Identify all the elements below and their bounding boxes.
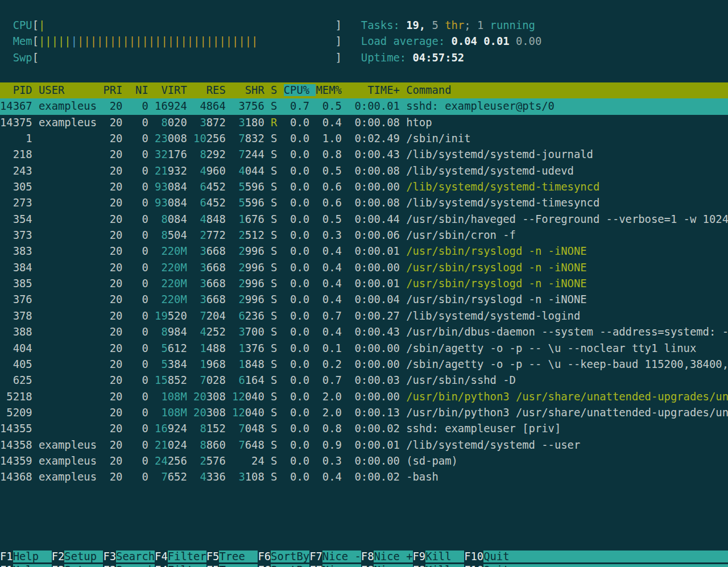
- tasks-summary: ;: [464, 19, 477, 31]
- process-row-218[interactable]: 218 20 0 32176 8292 7244 S 0.0 0.8 0:00.…: [0, 147, 728, 163]
- column-header-user[interactable]: USER: [39, 84, 103, 96]
- fkey-f10-quit[interactable]: F10Quit: [464, 551, 728, 562]
- cell-command: /lib/systemd/systemd-logind: [406, 310, 580, 322]
- cell-command: /usr/sbin/rsyslogd -n -iNONE: [406, 293, 586, 305]
- cell-mem-pct: 0.4: [316, 245, 348, 257]
- meter-bracket-open: [: [32, 19, 39, 31]
- process-row-373[interactable]: 373 20 0 8504 2772 2512 S 0.0 0.3 0:00.0…: [0, 227, 728, 243]
- cell-cpu-pct: 0.0: [284, 455, 316, 467]
- fkey-f4-filter[interactable]: F4Filter: [155, 551, 206, 562]
- cell-ni: 0: [129, 100, 155, 112]
- process-row-273[interactable]: 273 20 0 93084 6452 5596 S 0.0 0.6 0:00.…: [0, 195, 728, 211]
- cell-shr: 7: [232, 423, 245, 434]
- fkey-f6-sortby[interactable]: F6SortBy: [258, 551, 309, 562]
- process-row-404[interactable]: 404 20 0 5612 1488 1376 S 0.0 0.1 0:00.0…: [0, 341, 728, 357]
- cell-pid: 305: [0, 181, 39, 193]
- fkey-f7-nice-[interactable]: F7Nice -: [309, 551, 361, 562]
- process-row-354[interactable]: 354 20 0 8084 4848 1676 S 0.0 0.5 0:00.4…: [0, 212, 728, 227]
- cell-res: 3: [193, 278, 206, 289]
- process-row-625[interactable]: 625 20 0 15852 7028 6164 S 0.0 0.7 0:00.…: [0, 373, 728, 388]
- cell-shr: 040: [245, 407, 271, 419]
- cell-pri: 20: [103, 455, 129, 467]
- fkey-action-label: Kill: [425, 551, 464, 562]
- fkey-action-label: Nice +: [374, 564, 412, 567]
- process-row-405[interactable]: 405 20 0 5384 1968 1848 S 0.0 0.2 0:00.0…: [0, 357, 728, 373]
- cell-cpu-pct: 0.0: [284, 423, 316, 434]
- cell-user: [39, 326, 103, 338]
- fkey-f8-nice-[interactable]: F8Nice +: [361, 551, 413, 562]
- fkey-f8-nice-: F8Nice +: [361, 564, 413, 567]
- column-header-state[interactable]: S: [271, 84, 284, 96]
- cell-command: sshd: exampleuser [priv]: [406, 423, 561, 434]
- process-row-14375[interactable]: 14375 exampleus 20 0 8020 3872 3180 R 0.…: [0, 115, 728, 131]
- cell-state: S: [271, 358, 284, 370]
- cell-command: /usr/bin/python3 /usr/share/unattended-u…: [406, 407, 728, 419]
- column-header-command[interactable]: Command: [406, 84, 728, 96]
- cell-mem-pct: 0.6: [316, 181, 348, 193]
- column-header-ni[interactable]: NI: [129, 84, 155, 96]
- process-row-385[interactable]: 385 20 0 220M 3668 2996 S 0.0 0.4 0:00.0…: [0, 276, 728, 292]
- cell-ni: 0: [129, 455, 155, 467]
- fkey-f10-quit: F10Quit: [464, 564, 728, 567]
- cell-mem-pct: 0.5: [316, 213, 348, 225]
- cell-virt: 108M: [155, 407, 193, 419]
- cell-user: [39, 245, 103, 257]
- cell-shr: 996: [245, 262, 271, 274]
- process-row-243[interactable]: 243 20 0 21932 4960 4044 S 0.0 0.5 0:00.…: [0, 163, 728, 179]
- cell-mem-pct: 0.8: [316, 148, 348, 160]
- load-average-summary: 0.01: [483, 35, 516, 47]
- cell-shr: 1: [232, 358, 245, 370]
- process-row-14358[interactable]: 14358 exampleus 20 0 21024 8860 7648 S 0…: [0, 437, 728, 453]
- cell-ni: 0: [129, 197, 155, 209]
- process-row-1[interactable]: 1 20 0 23008 10256 7832 S 0.0 1.0 0:02.4…: [0, 131, 728, 147]
- cell-pri: 20: [103, 326, 129, 338]
- cell-virt: 5: [155, 342, 168, 354]
- column-header-pri[interactable]: PRI: [103, 84, 129, 96]
- cell-shr: 832: [245, 133, 271, 144]
- fkey-label: F10: [464, 564, 483, 567]
- fkey-f1-help[interactable]: F1Help: [0, 551, 52, 562]
- cell-user: [39, 310, 103, 322]
- column-header-time[interactable]: TIME+: [348, 84, 406, 96]
- cell-command: /usr/sbin/rsyslogd -n -iNONE: [406, 262, 586, 274]
- process-row-5218[interactable]: 5218 20 0 108M 20308 12040 S 0.0 2.0 0:0…: [0, 389, 728, 405]
- cell-shr: 12: [232, 391, 245, 403]
- process-row-14367[interactable]: 14367 exampleus 20 0 16924 4864 3756 S 0…: [0, 98, 728, 114]
- process-row-14355[interactable]: 14355 20 0 16924 8152 7048 S 0.0 0.8 0:0…: [0, 421, 728, 437]
- cell-res: 20: [193, 407, 206, 419]
- cell-user: exampleus: [39, 439, 103, 451]
- process-row-388[interactable]: 388 20 0 8984 4252 3700 S 0.0 0.4 0:00.4…: [0, 324, 728, 340]
- process-row-14368[interactable]: 14368 exampleus 20 0 7652 4336 3108 S 0.…: [0, 469, 728, 485]
- cell-user: [39, 391, 103, 403]
- process-row-384[interactable]: 384 20 0 220M 3668 2996 S 0.0 0.4 0:00.0…: [0, 260, 728, 276]
- column-header-shr[interactable]: SHR: [232, 84, 271, 96]
- column-header-res[interactable]: RES: [193, 84, 232, 96]
- fkey-action-label: Help: [13, 551, 52, 562]
- cell-shr: 596: [245, 197, 271, 209]
- cell-command: /sbin/agetty -o -p -- \u --noclear tty1 …: [406, 342, 696, 354]
- column-header-mem-pct[interactable]: MEM%: [316, 84, 348, 96]
- cell-shr: 7: [232, 439, 245, 451]
- cell-state: S: [271, 293, 284, 305]
- process-row-383[interactable]: 383 20 0 220M 3668 2996 S 0.0 0.4 0:00.0…: [0, 243, 728, 259]
- cell-virt: 16: [155, 423, 168, 434]
- fkey-f2-setup[interactable]: F2Setup: [52, 551, 104, 562]
- cell-res: 4864: [193, 100, 232, 112]
- column-header-cpu-pct[interactable]: CPU%: [284, 84, 316, 96]
- meter-bracket-open: [: [32, 52, 39, 64]
- process-row-5209[interactable]: 5209 20 0 108M 20308 12040 S 0.0 2.0 0:0…: [0, 405, 728, 421]
- column-header-virt[interactable]: VIRT: [155, 84, 193, 96]
- process-row-14359[interactable]: 14359 exampleus 20 0 24256 2576 24 S 0.0…: [0, 453, 728, 469]
- process-row-378[interactable]: 378 20 0 19520 7204 6236 S 0.0 0.7 0:00.…: [0, 308, 728, 324]
- fkey-f3-search[interactable]: F3Search: [103, 551, 155, 562]
- cell-state: S: [271, 245, 284, 257]
- meter-bracket-close: ]: [335, 52, 341, 64]
- process-row-305[interactable]: 305 20 0 93084 6452 5596 S 0.0 0.6 0:00.…: [0, 179, 728, 195]
- cell-time: 0:00.13: [348, 407, 406, 419]
- fkey-f9-kill[interactable]: F9Kill: [413, 551, 465, 562]
- cell-virt: 084: [168, 181, 193, 193]
- process-row-376[interactable]: 376 20 0 220M 3668 2996 S 0.0 0.4 0:00.0…: [0, 292, 728, 308]
- cell-shr: 3: [232, 471, 245, 483]
- column-header-pid[interactable]: PID: [0, 84, 39, 96]
- fkey-f5-tree[interactable]: F5Tree: [206, 551, 258, 562]
